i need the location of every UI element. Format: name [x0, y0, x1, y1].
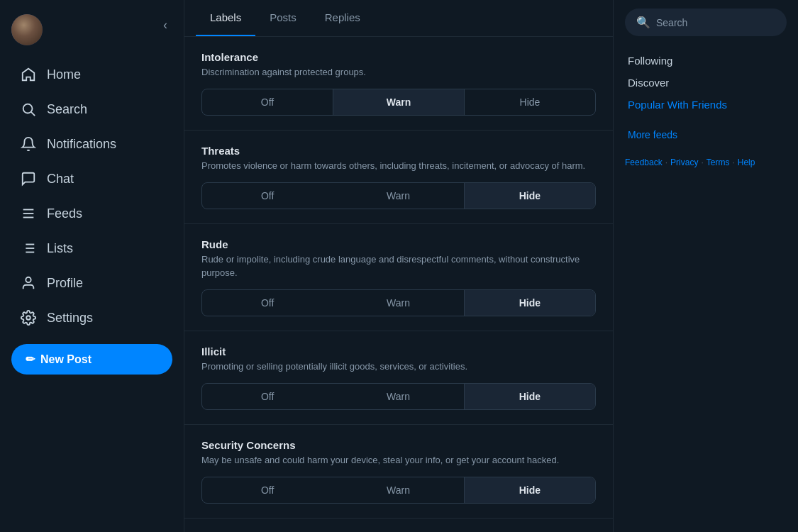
- sidebar-item-settings[interactable]: Settings: [6, 301, 178, 335]
- section-title-threats: Threats: [201, 145, 596, 157]
- back-button[interactable]: ‹: [155, 14, 176, 35]
- chat-icon: [20, 170, 37, 187]
- toggle-off-illicit[interactable]: Off: [202, 384, 333, 409]
- sidebar-item-search[interactable]: Search: [6, 92, 178, 126]
- feeds-icon: [20, 205, 37, 222]
- footer-link-terms[interactable]: Terms: [706, 157, 730, 167]
- settings-icon: [20, 309, 37, 326]
- footer-separator: ·: [665, 157, 667, 167]
- sidebar-item-label: Chat: [47, 172, 74, 187]
- toggle-group-security-concerns: OffWarnHide: [201, 477, 596, 504]
- feed-link-discover[interactable]: Discover: [625, 72, 787, 93]
- footer-separator: ·: [701, 157, 703, 167]
- toggle-warn-intolerance[interactable]: Warn: [333, 89, 465, 115]
- svg-point-0: [23, 104, 33, 113]
- footer-links: Feedback · Privacy · Terms · Help: [625, 157, 787, 167]
- footer-separator: ·: [732, 157, 734, 167]
- sidebar-item-feeds[interactable]: Feeds: [6, 196, 178, 231]
- feed-link-following[interactable]: Following: [625, 50, 787, 71]
- sidebar-item-chat[interactable]: Chat: [6, 162, 178, 196]
- svg-point-12: [26, 316, 31, 320]
- sidebar-item-label: Feeds: [47, 206, 82, 221]
- toggle-group-illicit: OffWarnHide: [201, 383, 596, 410]
- footer-link-help[interactable]: Help: [738, 157, 755, 167]
- toggle-off-threats[interactable]: Off: [202, 183, 333, 209]
- new-post-button[interactable]: ✏ New Post: [11, 344, 172, 375]
- search-input[interactable]: [656, 17, 775, 28]
- avatar[interactable]: [11, 14, 43, 45]
- section-desc-security-concerns: May be unsafe and could harm your device…: [201, 454, 596, 467]
- toggle-warn-illicit[interactable]: Warn: [333, 384, 463, 409]
- sidebar-item-label: Search: [47, 102, 87, 117]
- toggle-hide-security-concerns[interactable]: Hide: [464, 477, 595, 503]
- section-desc-intolerance: Discrimination against protected groups.: [201, 66, 596, 79]
- search-icon: [20, 101, 37, 118]
- lists-icon: [20, 240, 37, 257]
- section-desc-threats: Promotes violence or harm towards others…: [201, 160, 596, 172]
- new-post-label: New Post: [40, 353, 92, 366]
- toggle-group-threats: OffWarnHide: [201, 182, 596, 209]
- toggle-off-rude[interactable]: Off: [202, 290, 333, 316]
- sidebar-item-notifications[interactable]: Notifications: [6, 127, 178, 161]
- section-unsafe-link: Unsafe linkLinks to harmful sites with m…: [184, 519, 613, 532]
- search-box: 🔍: [625, 9, 787, 36]
- toggle-warn-security-concerns[interactable]: Warn: [333, 477, 463, 503]
- footer-link-feedback[interactable]: Feedback: [625, 157, 663, 167]
- profile-icon: [20, 275, 37, 292]
- section-title-rude: Rude: [201, 238, 596, 250]
- feed-link-popular-with-friends[interactable]: Popular With Friends: [625, 94, 787, 115]
- sidebar-item-home[interactable]: Home: [6, 57, 178, 92]
- section-illicit: IllicitPromoting or selling potentially …: [184, 331, 613, 425]
- svg-point-11: [26, 277, 31, 282]
- tab-replies[interactable]: Replies: [311, 0, 375, 36]
- sidebar-item-label: Profile: [47, 276, 83, 291]
- toggle-group-rude: OffWarnHide: [201, 289, 596, 316]
- section-rude: RudeRude or impolite, including crude la…: [184, 224, 613, 331]
- toggle-warn-threats[interactable]: Warn: [333, 183, 463, 209]
- section-intolerance: IntoleranceDiscrimination against protec…: [184, 37, 613, 131]
- sidebar-item-label: Settings: [47, 311, 93, 326]
- feed-links: FollowingDiscoverPopular With Friends: [625, 50, 787, 115]
- section-desc-illicit: Promoting or selling potentially illicit…: [201, 360, 596, 373]
- home-icon: [20, 66, 37, 83]
- toggle-hide-illicit[interactable]: Hide: [464, 384, 595, 409]
- footer-link-privacy[interactable]: Privacy: [670, 157, 698, 167]
- section-title-intolerance: Intolerance: [201, 51, 596, 63]
- section-title-security-concerns: Security Concerns: [201, 439, 596, 451]
- sidebar-item-lists[interactable]: Lists: [6, 231, 178, 265]
- edit-icon: ✏: [26, 353, 35, 366]
- section-security-concerns: Security ConcernsMay be unsafe and could…: [184, 425, 613, 519]
- section-title-illicit: Illicit: [201, 345, 596, 358]
- section-threats: ThreatsPromotes violence or harm towards…: [184, 131, 613, 224]
- sidebar-item-label: Lists: [47, 241, 73, 256]
- main-content: LabelsPostsReplies IntoleranceDiscrimina…: [184, 0, 614, 532]
- tab-posts[interactable]: Posts: [255, 0, 311, 36]
- toggle-warn-rude[interactable]: Warn: [333, 290, 463, 316]
- tab-labels[interactable]: Labels: [196, 0, 255, 36]
- section-desc-rude: Rude or impolite, including crude langua…: [201, 253, 596, 279]
- notifications-icon: [20, 135, 37, 153]
- svg-line-1: [31, 112, 35, 116]
- tabs-bar: LabelsPostsReplies: [184, 0, 613, 37]
- toggle-hide-threats[interactable]: Hide: [464, 183, 595, 209]
- sidebar-item-label: Home: [47, 67, 81, 82]
- right-sidebar: 🔍 FollowingDiscoverPopular With Friends …: [614, 0, 798, 532]
- sidebar: Home Search Notifications Chat Feeds Lis…: [0, 0, 184, 532]
- toggle-hide-rude[interactable]: Hide: [464, 290, 595, 316]
- sidebar-item-profile[interactable]: Profile: [6, 266, 178, 300]
- toggle-group-intolerance: OffWarnHide: [201, 89, 596, 116]
- search-icon: 🔍: [636, 16, 650, 29]
- more-feeds-link[interactable]: More feeds: [625, 126, 787, 143]
- toggle-hide-intolerance[interactable]: Hide: [465, 89, 595, 115]
- toggle-off-security-concerns[interactable]: Off: [202, 477, 333, 503]
- sidebar-item-label: Notifications: [47, 137, 116, 152]
- toggle-off-intolerance[interactable]: Off: [202, 89, 333, 115]
